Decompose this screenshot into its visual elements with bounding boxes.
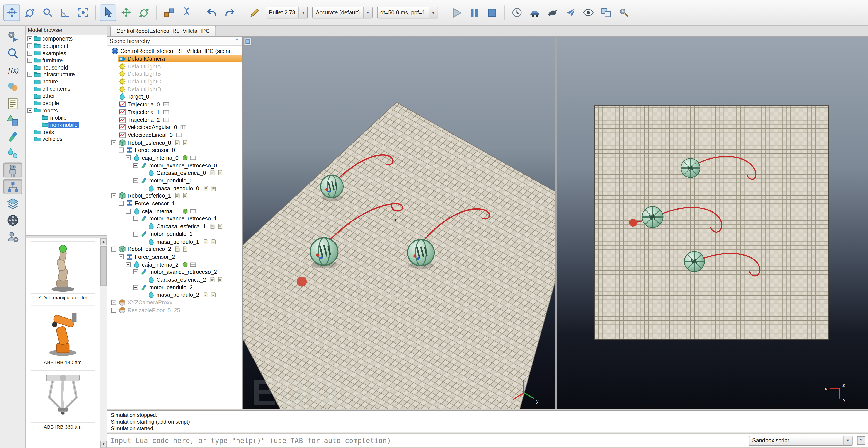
hierarchy-item-motor_avance_retroceso_1[interactable]: −motor_avance_retroceso_1 xyxy=(107,215,242,222)
datagrid-icon[interactable] xyxy=(190,155,196,161)
script-selector[interactable]: Sandbox script ▼ xyxy=(749,436,852,446)
object-properties-button[interactable] xyxy=(3,46,22,61)
console-close-icon[interactable]: × xyxy=(857,436,865,445)
collapse-icon[interactable]: − xyxy=(133,269,138,274)
scene-tab[interactable]: ControlRobotEsferico_RL_Villela_IPC xyxy=(110,26,216,36)
datagrid-icon[interactable] xyxy=(190,261,196,268)
model-folder-infrastructure[interactable]: +infrastructure xyxy=(26,71,107,78)
script-icon[interactable] xyxy=(210,185,216,191)
model-folder-tools[interactable]: tools xyxy=(26,128,107,136)
undo-button[interactable] xyxy=(203,4,220,21)
model-thumbnail[interactable] xyxy=(30,305,95,358)
collapse-icon[interactable]: − xyxy=(112,140,116,145)
hierarchy-item-motor_pendulo_0[interactable]: −motor_pendulo_0 xyxy=(107,177,242,184)
detach-view-button[interactable] xyxy=(244,38,252,46)
model-folder-nature[interactable]: nature xyxy=(26,78,107,85)
script-icon[interactable] xyxy=(217,277,223,283)
hierarchy-item-Force_sensor_0[interactable]: −Force_sensor_0 xyxy=(107,146,242,154)
scrollbar-thumb[interactable] xyxy=(100,246,107,286)
datagrid-icon[interactable] xyxy=(163,101,169,108)
top-view-viewport[interactable]: x z y xyxy=(557,37,868,409)
object-select-button[interactable] xyxy=(100,4,116,21)
simulation-settings-button[interactable] xyxy=(3,29,22,44)
spherical-robot-top[interactable] xyxy=(684,251,704,272)
hierarchy-item-caja_interna_0[interactable]: −caja_interna_0 xyxy=(107,154,242,161)
model-item[interactable]: 7 DoF manipulator.ttm xyxy=(30,241,95,300)
script-icon[interactable] xyxy=(182,246,188,252)
script-icon[interactable] xyxy=(210,292,216,298)
spherical-robot-top[interactable] xyxy=(681,158,700,177)
hierarchy-item-caja_interna_2[interactable]: −caja_interna_2 xyxy=(107,261,242,268)
page-layout-button[interactable] xyxy=(598,4,615,21)
model-browser-toggle-button[interactable] xyxy=(3,162,22,177)
close-icon[interactable]: × xyxy=(234,38,240,44)
main-3d-canvas[interactable]: EDU z x y xyxy=(243,37,555,409)
script-icon[interactable] xyxy=(210,239,216,245)
model-folder-mobile[interactable]: mobile xyxy=(26,114,107,121)
collapse-icon[interactable]: − xyxy=(133,163,138,168)
collapse-icon[interactable]: − xyxy=(133,232,138,237)
expand-icon[interactable]: + xyxy=(27,58,32,63)
expand-icon[interactable]: + xyxy=(27,72,32,77)
bird-mode-button[interactable] xyxy=(544,4,561,21)
scroll-down-icon[interactable]: ▼ xyxy=(100,441,107,448)
hierarchy-item-DefaultLightB[interactable]: DefaultLightB xyxy=(107,70,242,78)
collections-button[interactable] xyxy=(3,79,22,94)
model-scrollbar[interactable]: ▲ ▼ xyxy=(100,238,107,448)
hierarchy-item-XYZCameraProxy[interactable]: +XYZCameraProxy xyxy=(107,299,242,306)
engine-mode-select[interactable]: Accurate (default)▼ xyxy=(312,7,373,19)
expand-icon[interactable]: + xyxy=(112,300,116,305)
target-dot[interactable] xyxy=(629,219,637,227)
hierarchy-item-Carcasa_esferica_2[interactable]: Carcasa_esferica_2 xyxy=(107,276,242,283)
hierarchy-item-masa_pendulo_0[interactable]: masa_pendulo_0 xyxy=(107,184,242,192)
model-folder-vehicles[interactable]: vehicles xyxy=(26,136,107,143)
shape-edit-button[interactable] xyxy=(3,113,22,127)
gcube-icon[interactable] xyxy=(182,155,188,161)
collapse-icon[interactable]: − xyxy=(133,285,138,290)
viewport-divider[interactable] xyxy=(555,37,557,409)
camera-angle-button[interactable] xyxy=(57,4,74,21)
script-icon[interactable] xyxy=(203,239,209,245)
model-folder-office-items[interactable]: office items xyxy=(26,85,107,92)
expand-icon[interactable]: + xyxy=(27,36,32,41)
datagrid-icon[interactable] xyxy=(163,109,169,115)
calculation-modules-button[interactable]: ƒ(x) xyxy=(3,62,22,78)
model-folder-household[interactable]: household xyxy=(26,64,107,71)
hierarchy-item-DefaultLightD[interactable]: DefaultLightD xyxy=(107,86,242,93)
hierarchy-item-motor_pendulo_2[interactable]: −motor_pendulo_2 xyxy=(107,283,242,291)
script-icon[interactable] xyxy=(209,223,215,229)
model-folder-people[interactable]: people xyxy=(26,100,107,107)
collapse-icon[interactable]: − xyxy=(133,178,138,183)
lua-input[interactable] xyxy=(110,435,747,446)
hierarchy-item-Force_sensor_2[interactable]: −Force_sensor_2 xyxy=(107,253,242,261)
script-icon[interactable] xyxy=(175,140,181,146)
model-thumbnail[interactable] xyxy=(30,241,95,294)
camera-zoom-button[interactable] xyxy=(39,4,56,21)
scroll-up-icon[interactable]: ▲ xyxy=(100,238,107,245)
model-folder-robots[interactable]: −robots xyxy=(26,107,107,114)
joint-tool-button[interactable] xyxy=(3,129,22,144)
hierarchy-item-DefaultCamera[interactable]: DefaultCamera xyxy=(107,55,242,63)
collapse-icon[interactable]: − xyxy=(133,216,138,221)
hierarchy-item-motor_avance_retroceso_0[interactable]: −motor_avance_retroceso_0 xyxy=(107,161,242,169)
hierarchy-item-Trajectoria_2[interactable]: Trajectoria_2 xyxy=(107,116,242,123)
model-item[interactable]: ABB IRB 360.ttm xyxy=(30,370,95,430)
script-icon[interactable] xyxy=(209,277,215,283)
camera-rotate-button[interactable] xyxy=(21,4,38,21)
target-dot[interactable] xyxy=(297,277,307,287)
visibility-layers-button[interactable] xyxy=(580,4,597,21)
datagrid-icon[interactable] xyxy=(176,132,182,138)
hierarchy-item-Robot_esferico_2[interactable]: −Robot_esferico_2 xyxy=(107,245,242,253)
hierarchy-item-VelocidadAngular_0[interactable]: VelocidadAngular_0 xyxy=(107,123,242,131)
spherical-robot-top[interactable] xyxy=(642,206,663,228)
script-icon[interactable] xyxy=(203,292,209,298)
script-icon[interactable] xyxy=(175,193,181,199)
datagrid-icon[interactable] xyxy=(190,208,196,214)
datagrid-icon[interactable] xyxy=(163,117,169,123)
collapse-icon[interactable]: − xyxy=(112,246,116,251)
collapse-icon[interactable]: − xyxy=(27,108,32,113)
start-simulation-button[interactable] xyxy=(448,4,465,21)
gcube-icon[interactable] xyxy=(182,261,188,268)
spherical-robot[interactable] xyxy=(320,175,343,198)
scene-hierarchy-toggle-button[interactable] xyxy=(3,179,22,194)
